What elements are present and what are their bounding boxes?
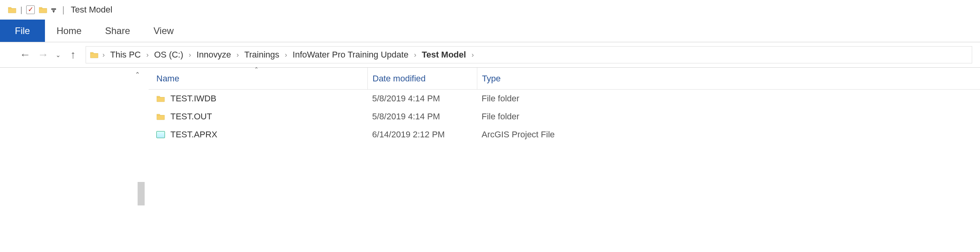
new-folder-qat-icon[interactable] (39, 6, 47, 13)
file-list-pane: ⌃ Name Date modified Type TEST.IWDB 5/8/… (149, 68, 980, 209)
address-bar[interactable]: › This PC › OS (C:) › Innovyze › Trainin… (86, 46, 972, 63)
column-header-row: Name Date modified Type (149, 68, 980, 90)
nav-up-icon[interactable]: ↑ (68, 49, 79, 61)
nav-forward-icon[interactable]: → (38, 49, 48, 61)
folder-icon (8, 6, 16, 13)
chevron-right-icon[interactable]: › (145, 51, 150, 59)
title-bar: | ▬▼ | Test Model (0, 0, 980, 20)
file-date: 5/8/2019 4:14 PM (367, 94, 477, 104)
file-date: 6/14/2019 2:12 PM (367, 130, 477, 140)
breadcrumb-item[interactable]: OS (C:) (152, 49, 185, 61)
main-content: ⌃ ⌃ Name Date modified Type TEST.IWDB 5/… (0, 67, 980, 209)
file-type: File folder (477, 112, 586, 122)
title-separator: | (62, 5, 64, 15)
tab-share[interactable]: Share (93, 20, 142, 42)
file-name: TEST.IWDB (170, 94, 216, 104)
folder-icon (156, 113, 165, 120)
file-date: 5/8/2019 4:14 PM (367, 112, 477, 122)
navigation-pane[interactable]: ⌃ (0, 68, 149, 209)
address-folder-icon (90, 51, 99, 58)
qat-separator: | (20, 5, 22, 14)
tab-view[interactable]: View (142, 20, 186, 42)
breadcrumb-item[interactable]: InfoWater Pro Training Update (291, 49, 410, 61)
file-tab[interactable]: File (0, 20, 45, 42)
folder-icon (156, 95, 165, 102)
qat-dropdown-icon[interactable]: ▬▼ (51, 7, 56, 13)
sort-indicator-icon: ⌃ (254, 66, 259, 72)
column-header-date[interactable]: Date modified (367, 68, 477, 89)
aprx-file-icon (156, 131, 165, 138)
chevron-right-icon[interactable]: › (235, 51, 240, 59)
column-header-type[interactable]: Type (477, 68, 586, 89)
chevron-right-icon[interactable]: › (101, 51, 106, 59)
recent-locations-icon[interactable]: ⌄ (56, 51, 61, 59)
table-row[interactable]: TEST.IWDB 5/8/2019 4:14 PM File folder (149, 90, 980, 108)
nav-back-icon[interactable]: ← (20, 49, 30, 61)
scrollbar-thumb[interactable] (138, 182, 145, 205)
breadcrumb-item[interactable]: Innovyze (195, 49, 233, 61)
chevron-right-icon[interactable]: › (412, 51, 418, 59)
chevron-right-icon[interactable]: › (187, 51, 193, 59)
breadcrumb-item[interactable]: Trainings (243, 49, 281, 61)
breadcrumb-item[interactable]: This PC (109, 49, 142, 61)
chevron-right-icon[interactable]: › (470, 51, 475, 59)
nav-bar: ← → ⌄ ↑ › This PC › OS (C:) › Innovyze ›… (0, 42, 980, 67)
window-title: Test Model (71, 5, 112, 15)
column-header-name[interactable]: Name (149, 74, 367, 84)
tab-home[interactable]: Home (45, 20, 93, 42)
file-name: TEST.OUT (170, 112, 212, 122)
chevron-right-icon[interactable]: › (283, 51, 289, 59)
ribbon-tabs: File Home Share View (0, 20, 980, 42)
breadcrumb-item[interactable]: Test Model (420, 49, 468, 61)
file-type: File folder (477, 94, 586, 104)
file-type: ArcGIS Project File (477, 130, 586, 140)
table-row[interactable]: TEST.OUT 5/8/2019 4:14 PM File folder (149, 108, 980, 126)
table-row[interactable]: TEST.APRX 6/14/2019 2:12 PM ArcGIS Proje… (149, 126, 980, 144)
chevron-up-icon[interactable]: ⌃ (135, 71, 140, 78)
file-name: TEST.APRX (170, 130, 217, 140)
properties-qat-icon[interactable] (26, 5, 35, 14)
